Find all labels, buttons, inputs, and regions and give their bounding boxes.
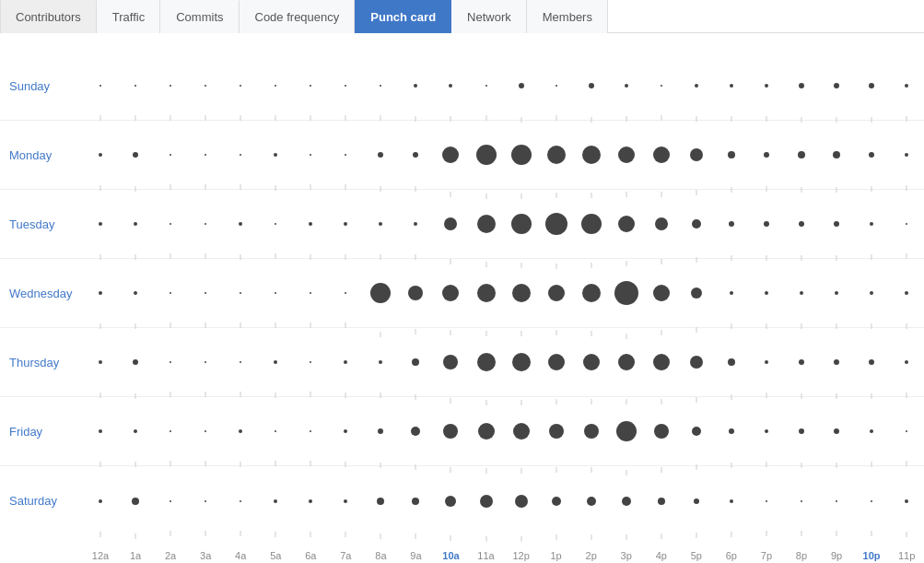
hour-labels-row: 12a1a2a3a4a5a6a7a8a9a10a11a12p1p2p3p4p5p… <box>0 535 924 563</box>
tab-commits[interactable]: Commits <box>160 0 239 33</box>
dot <box>614 281 638 305</box>
dot-cell <box>784 221 819 227</box>
dot <box>730 84 733 88</box>
dot <box>380 85 381 87</box>
day-label: Friday <box>0 425 83 439</box>
dot <box>205 500 206 502</box>
dot-cell <box>644 85 679 87</box>
dot <box>728 151 735 158</box>
dot-cell <box>153 430 188 432</box>
dot <box>478 423 495 440</box>
dot-cell <box>784 428 819 434</box>
tab-punch-card[interactable]: Punch card <box>355 0 451 33</box>
hour-label: 4p <box>644 550 679 561</box>
dot-cell <box>293 222 328 226</box>
dot <box>412 358 419 366</box>
hour-label: 8p <box>784 550 819 561</box>
dot-cell <box>83 291 118 295</box>
dot-cell <box>714 499 749 503</box>
dot <box>906 430 907 432</box>
dot-cell <box>609 147 644 163</box>
dot <box>345 85 346 87</box>
dot <box>99 429 102 433</box>
dot-cell <box>784 151 819 158</box>
dot <box>800 291 803 295</box>
day-row: Monday <box>0 121 924 190</box>
dot-cell <box>153 154 188 156</box>
dot-cell <box>609 84 644 88</box>
dot <box>834 221 839 227</box>
dot <box>801 500 802 502</box>
hour-label: 12a <box>83 550 118 561</box>
dot <box>618 354 635 370</box>
dot <box>170 154 171 156</box>
dot <box>444 217 457 230</box>
dot <box>511 145 532 165</box>
dot-cell <box>679 148 714 161</box>
dot <box>477 215 496 233</box>
dot-cell <box>854 152 889 158</box>
dot <box>870 291 873 295</box>
tab-network[interactable]: Network <box>451 0 527 33</box>
tab-code-frequency[interactable]: Code frequency <box>240 0 356 33</box>
dot <box>625 84 628 88</box>
dot-cell <box>118 152 153 158</box>
dot-cell <box>749 84 784 88</box>
day-row: Tuesday <box>0 190 924 259</box>
dot <box>345 292 346 294</box>
dot-cell <box>609 354 644 370</box>
dot-cell <box>679 427 714 436</box>
dot <box>552 497 561 506</box>
dot <box>869 83 874 88</box>
dot-cell <box>679 498 714 504</box>
dot <box>582 284 601 302</box>
tab-traffic[interactable]: Traffic <box>97 0 160 33</box>
tab-contributors[interactable]: Contributors <box>0 0 97 33</box>
dot <box>240 85 241 87</box>
dot-cell <box>504 145 539 165</box>
dot-cell <box>398 84 433 88</box>
dot <box>905 84 908 88</box>
dot <box>729 428 734 434</box>
dot <box>513 423 530 440</box>
dot-cell <box>363 428 398 434</box>
dot <box>449 84 452 88</box>
dot-cell <box>504 495 539 508</box>
dot-cell <box>188 292 223 294</box>
dot <box>766 500 767 502</box>
dot <box>729 221 734 227</box>
dot-cell <box>118 222 153 226</box>
dot-cell <box>574 214 609 234</box>
dot-cell <box>539 85 574 87</box>
dot-cell <box>469 495 504 508</box>
dot-cell <box>854 429 889 433</box>
dot <box>512 284 531 302</box>
dot <box>344 499 347 503</box>
tab-bar: ContributorsTrafficCommitsCode frequency… <box>0 0 924 33</box>
dot <box>443 424 458 439</box>
tab-members[interactable]: Members <box>527 0 608 33</box>
dot-cell <box>889 153 924 157</box>
day-row: Friday <box>0 397 924 466</box>
day-label: Thursday <box>0 356 83 369</box>
dot <box>653 147 670 163</box>
dot <box>694 498 699 504</box>
dot-cell <box>889 430 924 432</box>
dot <box>835 291 838 295</box>
dot <box>99 153 102 157</box>
dot <box>728 358 735 366</box>
dot-cell <box>749 429 784 433</box>
dot-cell <box>223 361 258 363</box>
dot <box>549 424 564 439</box>
dot-cell <box>854 83 889 88</box>
day-row: Saturday <box>0 466 924 535</box>
dot-cell <box>153 223 188 225</box>
dot-cell <box>749 152 784 158</box>
dot <box>730 291 733 295</box>
dot-cell <box>539 146 574 164</box>
dot <box>548 354 565 370</box>
dot <box>653 285 670 301</box>
dot-cell <box>889 291 924 295</box>
dot-cell <box>469 284 504 302</box>
dot <box>99 222 102 226</box>
